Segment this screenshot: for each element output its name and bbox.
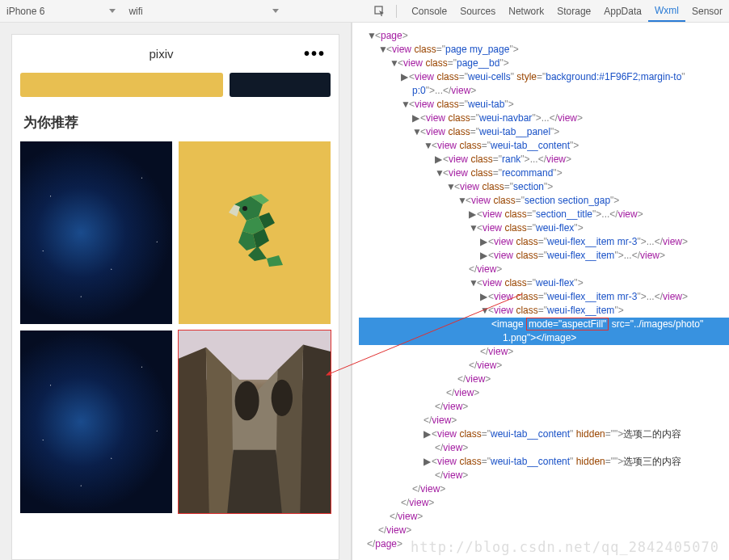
dom-node[interactable]: ▶<view class="weui-flex__item mr-3">...<… xyxy=(359,290,729,304)
dom-node[interactable]: ▼<view class="section"> xyxy=(359,180,729,194)
device-dropdown[interactable]: iPhone 6 xyxy=(0,0,122,22)
dom-node[interactable]: </view> xyxy=(359,359,729,373)
dom-node[interactable]: </view> xyxy=(359,345,729,359)
devtools-toolbar: iPhone 6 wifi ConsoleSourcesNetworkStora… xyxy=(0,0,729,23)
simulator-preview: pixiv ••• 为你推荐 xyxy=(0,23,352,560)
dom-node[interactable]: ▼<view class="weui-flex"> xyxy=(359,276,729,290)
dom-node[interactable]: </view> xyxy=(359,510,729,524)
svg-marker-9 xyxy=(229,204,240,217)
dom-node[interactable]: </view> xyxy=(359,414,729,427)
recommend-image-selected[interactable] xyxy=(179,331,331,513)
svg-point-18 xyxy=(272,380,293,416)
dom-node[interactable]: ▼<view class="page my_page"> xyxy=(359,43,729,57)
section-title: 为你推荐 xyxy=(12,103,339,141)
dom-node-selected[interactable]: 1.png"></image> xyxy=(359,331,729,345)
dom-node[interactable]: ▼<view class="section section_gap"> xyxy=(359,194,729,208)
dom-node[interactable]: ▼<view class="page__bd"> xyxy=(359,57,729,70)
devtools-tab-network[interactable]: Network xyxy=(502,0,550,22)
dom-node[interactable]: ▼<view class="weui-tab"> xyxy=(359,98,729,112)
network-label: wifi xyxy=(129,6,142,17)
dom-node[interactable]: </view> xyxy=(359,469,729,482)
phone-frame: pixiv ••• 为你推荐 xyxy=(11,34,339,560)
svg-marker-8 xyxy=(267,255,283,267)
more-icon[interactable]: ••• xyxy=(304,44,326,63)
dom-node[interactable]: ▶<view class="section__title">...</view> xyxy=(359,208,729,221)
devtools-tab-appdata[interactable]: AppData xyxy=(597,0,648,22)
dom-node[interactable]: </view> xyxy=(359,386,729,400)
svg-marker-14 xyxy=(300,344,331,513)
dom-node[interactable]: ▼<view class="weui-flex__item"> xyxy=(359,304,729,318)
dom-node[interactable]: </view> xyxy=(359,263,729,276)
dom-node[interactable]: </view> xyxy=(359,373,729,386)
recommend-image[interactable] xyxy=(20,141,172,324)
dom-inspector[interactable]: ▼<page>▼<view class="page my_page">▼<vie… xyxy=(352,23,729,560)
dom-node[interactable]: ▶<view class="weui-flex__item mr-3">...<… xyxy=(359,235,729,249)
devtools-tab-wxml[interactable]: Wxml xyxy=(648,0,685,22)
network-dropdown[interactable]: wifi xyxy=(122,0,284,22)
devtools-tab-storage[interactable]: Storage xyxy=(550,0,597,22)
dom-node[interactable]: </view> xyxy=(359,524,729,537)
devtools-tab-console[interactable]: Console xyxy=(405,0,453,22)
dom-node[interactable]: ▼<view class="weui-tab__panel"> xyxy=(359,125,729,139)
svg-marker-7 xyxy=(248,247,267,261)
device-label: iPhone 6 xyxy=(6,6,44,17)
parrot-illustration xyxy=(206,184,303,281)
dom-node[interactable]: ▼<view class="weui-tab__content"> xyxy=(359,139,729,153)
devtools-tab-sensor[interactable]: Sensor xyxy=(685,0,729,22)
watermark: http://blog.csdn.net/qq_2842405070 xyxy=(411,539,719,555)
dom-node[interactable]: ▶<view class="weui-tab__content" hidden=… xyxy=(359,427,729,441)
dom-node[interactable]: ▼<view class="weui-flex"> xyxy=(359,221,729,235)
dom-node[interactable]: ▼<page> xyxy=(359,29,729,43)
dom-node[interactable]: </view> xyxy=(359,400,729,414)
dom-node[interactable]: p:0">...</view> xyxy=(359,84,729,98)
svg-point-10 xyxy=(242,206,247,211)
nav-tab[interactable] xyxy=(230,73,331,97)
inspect-icon[interactable] xyxy=(372,3,388,19)
dom-node-selected[interactable]: <image mode="aspectFill" src="../images/… xyxy=(359,318,729,331)
chevron-down-icon xyxy=(272,9,279,13)
svg-marker-12 xyxy=(179,347,209,513)
dom-node[interactable]: ▶<view class="rank">...</view> xyxy=(359,153,729,166)
recommend-image[interactable] xyxy=(179,141,331,324)
dom-node[interactable]: </view> xyxy=(359,496,729,510)
dom-node[interactable]: ▶<view class="weui-flex__item">...</view… xyxy=(359,249,729,263)
chevron-down-icon xyxy=(109,9,116,13)
dom-node[interactable]: ▶<view class="weui-tab__content" hidden=… xyxy=(359,455,729,469)
svg-marker-19 xyxy=(227,450,282,513)
page-title: pixiv xyxy=(25,47,297,61)
nav-tab-active[interactable] xyxy=(20,73,223,97)
svg-marker-15 xyxy=(276,344,303,513)
dom-node[interactable]: ▶<view class="weui-cells" style="backgro… xyxy=(359,70,729,84)
dom-node[interactable]: </view> xyxy=(359,482,729,496)
svg-marker-13 xyxy=(206,347,234,513)
devtools-tab-sources[interactable]: Sources xyxy=(453,0,502,22)
dom-node[interactable]: ▼<view class="recommand"> xyxy=(359,166,729,180)
svg-point-17 xyxy=(235,381,259,421)
dom-node[interactable]: </view> xyxy=(359,441,729,455)
divider xyxy=(396,5,397,18)
recommend-image[interactable] xyxy=(20,331,172,513)
dom-node[interactable]: ▶<view class="weui-navbar">...</view> xyxy=(359,112,729,125)
